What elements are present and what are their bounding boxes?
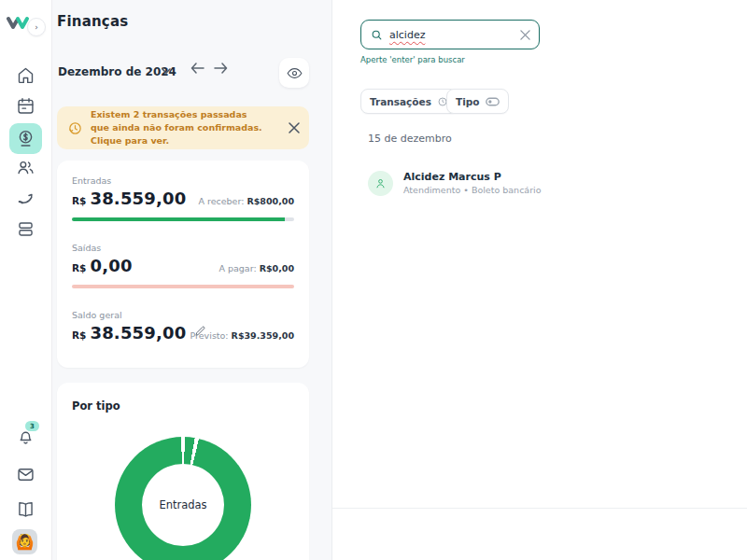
saldo-value-row: R$38.559,00 Previsto:R$39.359,00 <box>72 323 294 343</box>
mail-icon <box>16 465 35 484</box>
clear-search-button[interactable] <box>520 30 530 40</box>
previsto-label: Previsto: <box>190 330 229 341</box>
person-icon <box>374 177 387 189</box>
transaction-avatar <box>368 171 393 196</box>
saidas-label: Saídas <box>72 243 101 253</box>
type-filter-chip[interactable]: Tipo <box>446 89 509 114</box>
transactions-filter-chip[interactable]: Transações <box>360 89 458 114</box>
by-type-title: Por tipo <box>72 399 120 413</box>
sidebar: › <box>0 0 52 560</box>
alert-message: Existem 2 transações passadas que ainda … <box>91 108 264 147</box>
currency-prefix: R$ <box>72 329 86 341</box>
users-icon <box>16 158 35 177</box>
hand-referral-icon <box>16 189 35 208</box>
entradas-value: 38.559,00 <box>90 189 186 208</box>
arrow-right-icon <box>214 63 228 74</box>
close-icon <box>289 122 300 133</box>
clock-history-icon <box>67 120 83 136</box>
pending-transactions-alert[interactable]: Existem 2 transações passadas que ainda … <box>57 106 309 149</box>
sidebar-item-messages[interactable] <box>16 465 35 484</box>
entradas-value-row: R$38.559,00 A receber:R$800,00 <box>72 189 294 209</box>
saldo-value: 38.559,00 <box>90 323 186 343</box>
search-icon <box>371 29 383 41</box>
finance-panel: Finanças Dezembro de 2024 <box>52 0 331 560</box>
entradas-progress-bar <box>72 217 294 221</box>
by-type-donut-chart[interactable]: Entradas <box>115 437 251 560</box>
sidebar-item-clients[interactable] <box>16 158 35 177</box>
close-icon <box>520 30 530 40</box>
panel-footer-divider <box>332 508 747 509</box>
sidebar-item-agenda[interactable] <box>16 96 35 116</box>
currency-prefix: R$ <box>72 262 86 273</box>
search-value: alcidez <box>389 29 425 41</box>
close-alert-button[interactable] <box>289 122 300 133</box>
sidebar-item-finance[interactable] <box>9 123 42 154</box>
chevron-right-icon: › <box>35 22 38 32</box>
transactions-date-header: 15 de dezembro <box>368 133 452 145</box>
saidas-value: 0,00 <box>90 256 132 275</box>
currency-prefix: R$ <box>72 195 86 206</box>
eye-icon <box>287 67 303 79</box>
period-selector-row: Dezembro de 2024 <box>57 58 309 88</box>
user-avatar[interactable]: 🙆 <box>12 529 37 554</box>
sidebar-item-services[interactable] <box>16 219 35 239</box>
prev-month-button[interactable] <box>190 63 204 74</box>
a-pagar-label: A pagar: <box>218 263 256 273</box>
toggle-values-visibility-button[interactable] <box>279 58 309 88</box>
previsto-value: R$39.359,00 <box>232 330 294 341</box>
book-icon <box>16 499 35 519</box>
type-filter-label: Tipo <box>456 96 480 107</box>
notification-badge: 3 <box>25 421 39 431</box>
expand-sidebar-button[interactable]: › <box>27 18 46 36</box>
transaction-details: Atendimento • Boleto bancário <box>403 185 542 195</box>
donut-center-label: Entradas <box>159 498 206 511</box>
sidebar-item-home[interactable] <box>16 65 35 85</box>
chevron-down-icon[interactable] <box>162 68 171 75</box>
a-receber-value: R$800,00 <box>247 196 294 206</box>
arrow-left-icon <box>190 63 204 74</box>
search-input[interactable]: alcidez <box>360 20 540 49</box>
sidebar-item-library[interactable] <box>16 499 35 519</box>
stack-icon <box>16 219 35 239</box>
sidebar-item-referral[interactable] <box>16 189 35 208</box>
transactions-panel: alcidez Aperte 'enter' para buscar Trans… <box>331 0 747 560</box>
saidas-value-row: R$0,00 A pagar:R$0,00 <box>72 256 294 276</box>
entradas-label: Entradas <box>72 175 111 186</box>
a-pagar-value: R$0,00 <box>260 263 294 273</box>
toggle-icon <box>486 97 500 106</box>
financas-app: › <box>0 0 747 560</box>
page-title: Finanças <box>57 13 128 30</box>
period-selector[interactable]: Dezembro de 2024 <box>58 65 176 78</box>
home-icon <box>16 65 35 85</box>
summary-card: Entradas R$38.559,00 A receber:R$800,00 … <box>57 161 309 368</box>
calendar-icon <box>16 96 35 116</box>
by-type-card: Por tipo Entradas <box>57 383 309 560</box>
next-month-button[interactable] <box>214 63 228 74</box>
transaction-name: Alcidez Marcus P <box>403 171 542 183</box>
saidas-progress-bar <box>72 285 294 288</box>
saldo-geral-label: Saldo geral <box>72 310 122 320</box>
finance-dollar-icon <box>16 129 35 148</box>
transactions-filter-label: Transações <box>370 96 431 107</box>
transaction-list-item[interactable]: Alcidez Marcus P Atendimento • Boleto ba… <box>368 166 723 200</box>
search-hint: Aperte 'enter' para buscar <box>360 55 465 64</box>
a-receber-label: A receber: <box>198 196 244 206</box>
